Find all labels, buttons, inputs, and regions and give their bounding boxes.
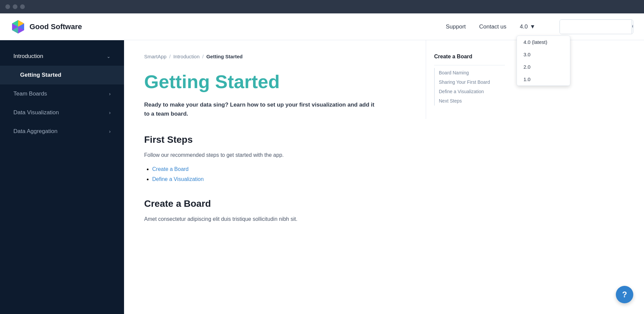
sidebar-item-data-visualization[interactable]: Data Visualization › bbox=[0, 103, 124, 122]
sidebar-item-label: Getting Started bbox=[20, 72, 61, 78]
sidebar-item-introduction[interactable]: Introduction ⌄ bbox=[0, 47, 124, 66]
page-title: Getting Started bbox=[144, 71, 406, 92]
minimize-button[interactable] bbox=[13, 4, 17, 9]
sidebar-item-data-aggregation[interactable]: Data Aggregation › bbox=[0, 122, 124, 141]
version-dropdown: 4.0 (latest) 3.0 2.0 1.0 bbox=[517, 36, 570, 86]
search-input[interactable] bbox=[560, 20, 632, 34]
section1-title: First Steps bbox=[144, 134, 406, 145]
contact-link[interactable]: Contact us bbox=[479, 23, 506, 30]
logo-area: Good Software bbox=[11, 19, 446, 34]
version-item-3[interactable]: 3.0 bbox=[517, 48, 570, 61]
section1-text: Follow our recommended steps to get star… bbox=[144, 150, 406, 160]
section2-title: Create a Board bbox=[144, 198, 406, 209]
version-item-4[interactable]: 4.0 (latest) bbox=[517, 36, 570, 48]
support-link[interactable]: Support bbox=[446, 23, 466, 30]
list-item: Create a Board bbox=[152, 166, 406, 172]
page-subtitle: Ready to make your data sing? Learn how … bbox=[144, 100, 379, 118]
version-item-1[interactable]: 1.0 bbox=[517, 73, 570, 85]
chevron-down-icon: ⌄ bbox=[107, 54, 111, 59]
content: SmartApp / Introduction / Getting Starte… bbox=[124, 40, 426, 314]
sidebar-item-label: Introduction bbox=[13, 53, 43, 60]
chevron-right-icon: › bbox=[109, 110, 111, 115]
breadcrumb-sep-2: / bbox=[202, 54, 203, 59]
nav-links: Support Contact us 4.0 ▼ 4.0 (latest) 3.… bbox=[446, 19, 633, 34]
toc-item-define-visualization[interactable]: Define a Visualization bbox=[434, 87, 505, 96]
maximize-button[interactable] bbox=[20, 4, 25, 9]
create-board-link[interactable]: Create a Board bbox=[152, 166, 189, 172]
sidebar-item-getting-started[interactable]: Getting Started bbox=[0, 66, 124, 84]
topnav: Good Software Support Contact us 4.0 ▼ 4… bbox=[0, 13, 644, 40]
sidebar: Introduction ⌄ Getting Started Team Boar… bbox=[0, 40, 124, 314]
titlebar bbox=[0, 0, 644, 13]
section1-link-list: Create a Board Define a Visualization bbox=[144, 166, 406, 182]
chevron-right-icon: › bbox=[109, 91, 111, 97]
breadcrumb: SmartApp / Introduction / Getting Starte… bbox=[144, 54, 406, 59]
logo-icon bbox=[11, 19, 25, 34]
sidebar-item-label: Team Boards bbox=[13, 90, 47, 97]
sidebar-item-team-boards[interactable]: Team Boards › bbox=[0, 84, 124, 103]
breadcrumb-smartapp[interactable]: SmartApp bbox=[144, 54, 167, 59]
toc: Create a Board Board Naming Sharing Your… bbox=[426, 40, 513, 119]
toc-divider bbox=[434, 65, 505, 65]
sidebar-item-label: Data Visualization bbox=[13, 109, 59, 116]
version-label: 4.0 bbox=[520, 23, 528, 30]
list-item: Define a Visualization bbox=[152, 176, 406, 182]
breadcrumb-current: Getting Started bbox=[206, 54, 242, 59]
search-icon bbox=[632, 24, 633, 30]
toc-title: Create a Board bbox=[434, 54, 505, 60]
chevron-down-icon: ▼ bbox=[530, 23, 535, 30]
section2-text: Amet consectetur adipiscing elit duis tr… bbox=[144, 214, 406, 224]
help-button[interactable]: ? bbox=[616, 286, 633, 303]
toc-item-sharing[interactable]: Sharing Your First Board bbox=[434, 77, 505, 87]
close-button[interactable] bbox=[5, 4, 10, 9]
define-visualization-link[interactable]: Define a Visualization bbox=[152, 176, 204, 182]
search-button[interactable] bbox=[632, 20, 633, 34]
toc-item-next-steps[interactable]: Next Steps bbox=[434, 96, 505, 106]
chevron-right-icon: › bbox=[109, 129, 111, 134]
search-box bbox=[560, 19, 633, 34]
svg-point-5 bbox=[633, 24, 633, 28]
version-item-2[interactable]: 2.0 bbox=[517, 61, 570, 73]
breadcrumb-introduction[interactable]: Introduction bbox=[173, 54, 199, 59]
toc-item-board-naming[interactable]: Board Naming bbox=[434, 68, 505, 77]
logo-text: Good Software bbox=[30, 22, 82, 31]
breadcrumb-sep-1: / bbox=[169, 54, 171, 59]
version-selector[interactable]: 4.0 ▼ 4.0 (latest) 3.0 2.0 1.0 bbox=[520, 23, 535, 30]
sidebar-item-label: Data Aggregation bbox=[13, 128, 57, 135]
